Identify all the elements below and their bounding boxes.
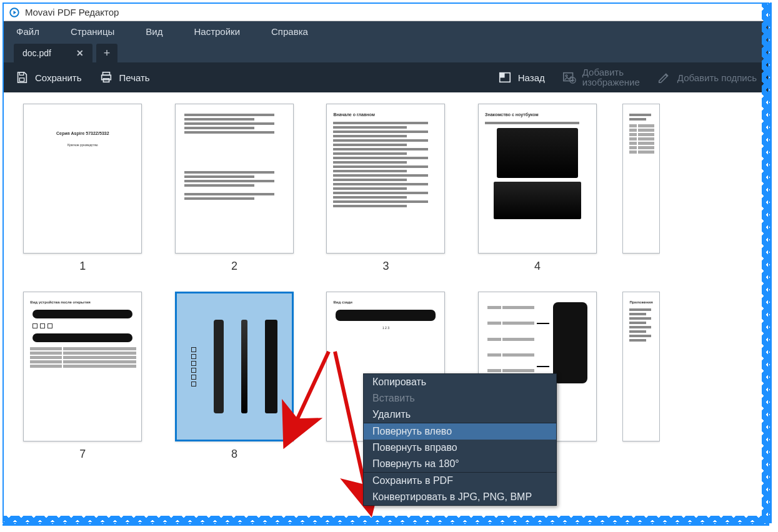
- tabbar: doc.pdf ✕ +: [4, 41, 768, 62]
- page-thumb-8-selected[interactable]: 8: [168, 292, 301, 461]
- ctx-convert[interactable]: Конвертировать в JPG, PNG, BMP: [364, 489, 556, 505]
- page-number: 7: [79, 448, 86, 461]
- signature-icon: [657, 71, 671, 84]
- save-button[interactable]: Сохранить: [15, 71, 82, 84]
- add-image-button[interactable]: Добавить изображение: [562, 67, 640, 88]
- page-number: 8: [231, 448, 237, 461]
- page-number: 1: [79, 260, 86, 273]
- menu-help[interactable]: Справка: [271, 26, 308, 37]
- page-thumb-4[interactable]: Знакомство с ноутбуком 4: [471, 104, 604, 273]
- page-number: 4: [534, 260, 541, 273]
- menu-file[interactable]: Файл: [16, 26, 39, 37]
- svg-marker-1: [14, 11, 17, 14]
- close-tab-icon[interactable]: ✕: [76, 48, 84, 58]
- svg-rect-3: [19, 78, 24, 82]
- page-thumb-1[interactable]: Серия Aspire 5732Z/5332 Краткое руководс…: [16, 104, 149, 273]
- save-icon: [15, 71, 29, 84]
- window-title: Movavi PDF Редактор: [25, 7, 119, 17]
- ctx-save-pdf[interactable]: Сохранить в PDF: [364, 473, 556, 489]
- print-label: Печать: [119, 72, 150, 83]
- print-icon: [99, 71, 113, 84]
- image-plus-icon: [562, 71, 576, 84]
- tab-label: doc.pdf: [22, 48, 51, 58]
- page-thumb-5-partial[interactable]: [622, 104, 660, 273]
- ctx-paste: Вставить: [364, 390, 556, 406]
- document-tab[interactable]: doc.pdf ✕: [14, 44, 92, 62]
- back-icon: [498, 71, 512, 84]
- ctx-delete[interactable]: Удалить: [364, 406, 556, 423]
- back-label: Назад: [518, 72, 545, 83]
- toolbar: Сохранить Печать Назад Добавить изображе…: [4, 62, 768, 92]
- menubar: Файл Страницы Вид Настройки Справка: [4, 21, 768, 41]
- ctx-rotate-180[interactable]: Повернуть на 180°: [364, 456, 556, 472]
- svg-rect-6: [103, 79, 109, 82]
- page-thumb-2[interactable]: 2: [168, 104, 301, 273]
- page-thumb-7[interactable]: Вид устройства после открытия 7: [16, 292, 149, 461]
- new-tab-button[interactable]: +: [96, 44, 117, 62]
- page-thumb-11-partial[interactable]: Приложения: [622, 292, 660, 461]
- svg-point-10: [566, 75, 567, 77]
- torn-edge-bottom: [2, 516, 769, 526]
- add-signature-label: Добавить подпись: [677, 72, 757, 83]
- context-menu: Копировать Вставить Удалить Повернуть вл…: [363, 373, 557, 506]
- page-number: 3: [382, 260, 389, 273]
- page-thumb-3[interactable]: Вначале о главном 3: [319, 104, 452, 273]
- add-image-label: Добавить изображение: [582, 67, 640, 88]
- titlebar: Movavi PDF Редактор: [4, 4, 768, 21]
- ctx-rotate-left[interactable]: Повернуть влево: [364, 423, 556, 440]
- add-signature-button[interactable]: Добавить подпись: [657, 71, 757, 84]
- torn-edge-right: [762, 2, 772, 523]
- ctx-copy[interactable]: Копировать: [364, 374, 556, 390]
- app-logo-icon: [9, 7, 20, 18]
- menu-pages[interactable]: Страницы: [71, 26, 114, 37]
- save-label: Сохранить: [35, 72, 82, 83]
- ctx-rotate-right[interactable]: Повернуть вправо: [364, 440, 556, 456]
- svg-rect-8: [500, 73, 504, 77]
- page-number: 2: [231, 260, 237, 273]
- svg-rect-2: [19, 72, 23, 76]
- menu-settings[interactable]: Настройки: [194, 26, 240, 37]
- app-window: Movavi PDF Редактор Файл Страницы Вид На…: [2, 2, 769, 523]
- menu-view[interactable]: Вид: [146, 26, 162, 37]
- back-button[interactable]: Назад: [498, 71, 545, 84]
- print-button[interactable]: Печать: [99, 71, 150, 84]
